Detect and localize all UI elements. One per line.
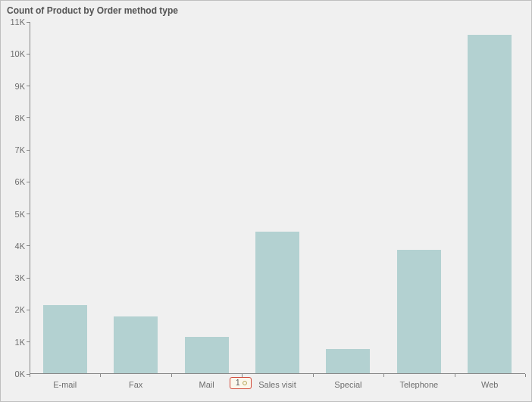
x-tick-mark xyxy=(455,374,455,377)
x-tick-mark xyxy=(313,374,314,377)
x-tick-label: Sales visit xyxy=(242,374,312,401)
x-tick-mark xyxy=(383,374,384,377)
bar-slot xyxy=(30,22,100,374)
y-tick-label: 5K xyxy=(15,210,25,219)
y-tick-label: 8K xyxy=(15,114,25,123)
x-tick-mark xyxy=(30,374,30,377)
chart-title: Count of Product by Order method type xyxy=(7,5,178,16)
y-tick-label: 7K xyxy=(15,145,25,154)
bar[interactable] xyxy=(255,232,299,374)
annotation-badge: 1 xyxy=(230,377,252,389)
x-tick-mark xyxy=(525,374,526,377)
y-tick-label: 1K xyxy=(15,338,25,347)
bars-group xyxy=(30,22,525,374)
y-tick-label: 11K xyxy=(10,17,25,26)
y-tick-label: 0K xyxy=(15,369,25,379)
bar[interactable] xyxy=(468,35,512,374)
bar-slot xyxy=(242,22,312,374)
x-tick-label: Telephone xyxy=(383,374,454,401)
x-tick-mark xyxy=(171,374,172,377)
x-tick-label: Special xyxy=(313,374,383,401)
bar-slot xyxy=(100,22,171,374)
y-tick-label: 4K xyxy=(15,242,25,251)
bar[interactable] xyxy=(43,305,87,374)
annotation-dot-icon xyxy=(243,381,247,385)
bar-slot xyxy=(383,22,454,374)
chart-container: Count of Product by Order method type 0K… xyxy=(0,0,532,402)
bar-slot xyxy=(313,22,383,374)
y-tick-label: 3K xyxy=(15,273,25,282)
x-tick-mark xyxy=(100,374,101,377)
y-axis: 0K1K2K3K4K5K6K7K8K9K10K11K xyxy=(1,22,30,374)
bar-slot xyxy=(455,22,525,374)
y-tick-label: 9K xyxy=(15,82,25,91)
plot-area xyxy=(30,22,525,374)
bar[interactable] xyxy=(326,349,370,374)
x-tick-label: E-mail xyxy=(30,374,100,401)
y-tick-label: 10K xyxy=(10,49,25,58)
bar-slot xyxy=(171,22,242,374)
x-tick-label: Web xyxy=(455,374,525,401)
bar[interactable] xyxy=(185,337,229,374)
annotation-label: 1 xyxy=(236,379,240,387)
y-tick-label: 6K xyxy=(15,177,25,186)
x-tick-label: Fax xyxy=(100,374,171,401)
y-tick-label: 2K xyxy=(15,305,25,314)
bar[interactable] xyxy=(114,316,158,374)
x-axis-labels: E-mailFaxMailSales visitSpecialTelephone… xyxy=(30,374,525,401)
bar[interactable] xyxy=(397,250,441,374)
